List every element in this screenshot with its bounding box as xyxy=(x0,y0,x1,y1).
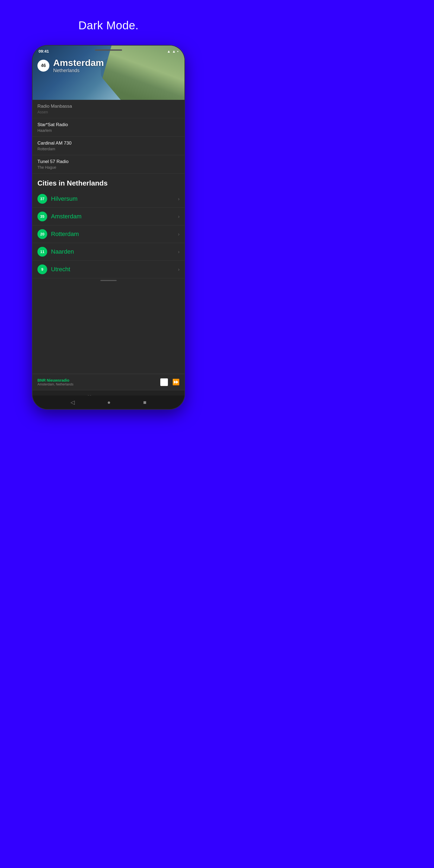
city-item-name: Amsterdam xyxy=(51,213,174,220)
city-list-item[interactable]: 35 Amsterdam › xyxy=(33,208,184,225)
radio-list: Radio Manbassa Assen Star*Sat Radio Haar… xyxy=(33,100,184,174)
recents-button[interactable]: ■ xyxy=(143,399,147,405)
city-count-badge: 37 xyxy=(37,194,47,204)
radio-item-name: Star*Sat Radio xyxy=(37,122,180,127)
now-playing-station: BNR Nieuwsradio xyxy=(37,378,158,382)
city-info: 46 Amsterdam Netherlands xyxy=(37,58,104,73)
forward-button[interactable]: ⏩ xyxy=(172,379,180,386)
city-list-item[interactable]: 20 Rotterdam › xyxy=(33,225,184,243)
back-button[interactable]: ◁ xyxy=(70,399,74,405)
cities-section-title: Cities in Netherlands xyxy=(37,179,180,187)
city-item-name: Utrecht xyxy=(51,266,174,273)
city-badge: 46 xyxy=(37,60,50,72)
radio-item[interactable]: Star*Sat Radio Haarlem xyxy=(33,118,184,137)
signal-icon: ▲ xyxy=(172,49,176,54)
city-item-name: Rotterdam xyxy=(51,230,174,238)
chevron-right-icon: › xyxy=(178,196,180,202)
radio-item[interactable]: Tunel 57 Radio The Hague xyxy=(33,155,184,174)
home-button[interactable]: ● xyxy=(107,399,111,405)
radio-item[interactable]: Cardinal AM 730 Rotterdam xyxy=(33,137,184,155)
phone-frame: 09:41 ▲ ▲ ▪ 46 Amsterdam Netherlands Rad… xyxy=(33,45,184,409)
now-playing-info: BNR Nieuwsradio Amsterdam, Netherlands xyxy=(37,378,158,386)
city-country: Netherlands xyxy=(53,68,104,73)
page-title: Dark Mode. xyxy=(79,19,138,32)
now-playing-location: Amsterdam, Netherlands xyxy=(37,382,158,386)
cities-section-header: Cities in Netherlands xyxy=(33,174,184,190)
city-count-badge: 20 xyxy=(37,229,47,239)
city-list-item[interactable]: 9 Utrecht › xyxy=(33,261,184,278)
radio-item-name: Tunel 57 Radio xyxy=(37,159,180,164)
radio-item-city: Haarlem xyxy=(37,128,180,133)
city-text: Amsterdam Netherlands xyxy=(53,58,104,73)
status-time: 09:41 xyxy=(38,49,49,54)
city-list: 37 Hilversum › 35 Amsterdam › 20 Rotterd… xyxy=(33,190,184,278)
status-icons: ▲ ▲ ▪ xyxy=(167,49,179,54)
city-count-badge: 11 xyxy=(37,247,47,257)
stop-button[interactable] xyxy=(160,378,168,386)
notch xyxy=(95,50,122,51)
city-count-badge: 35 xyxy=(37,212,47,221)
battery-icon: ▪ xyxy=(177,49,179,54)
city-item-name: Naarden xyxy=(51,248,174,255)
city-list-item[interactable]: 37 Hilversum › xyxy=(33,190,184,208)
content-area: Radio Manbassa Assen Star*Sat Radio Haar… xyxy=(33,100,184,374)
city-item-name: Hilversum xyxy=(51,195,174,203)
android-nav: ◁ ● ■ xyxy=(33,396,184,409)
chevron-right-icon: › xyxy=(178,214,180,219)
radio-item-city: The Hague xyxy=(37,165,180,169)
radio-item[interactable]: Radio Manbassa Assen xyxy=(33,100,184,118)
city-name: Amsterdam xyxy=(53,58,104,68)
chevron-right-icon: › xyxy=(178,231,180,237)
city-list-item[interactable]: 11 Naarden › xyxy=(33,243,184,261)
scroll-pill xyxy=(100,280,117,281)
now-playing-controls: ⏩ xyxy=(160,378,180,386)
scroll-indicator xyxy=(33,278,184,283)
radio-item-city: Rotterdam xyxy=(37,147,180,151)
radio-item-name: Cardinal AM 730 xyxy=(37,141,180,146)
now-playing-bar[interactable]: BNR Nieuwsradio Amsterdam, Netherlands ⏩ xyxy=(33,374,184,390)
radio-item-name: Radio Manbassa xyxy=(37,104,180,109)
radio-item-city: Assen xyxy=(37,110,180,114)
chevron-right-icon: › xyxy=(178,267,180,272)
wifi-icon: ▲ xyxy=(167,49,170,54)
chevron-right-icon: › xyxy=(178,249,180,255)
city-count-badge: 9 xyxy=(37,265,47,274)
